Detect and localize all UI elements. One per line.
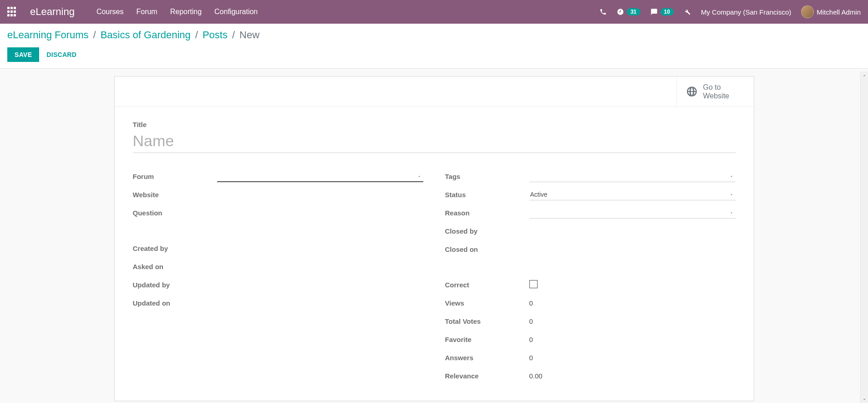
status-label: Status [445,191,529,199]
breadcrumb-forums[interactable]: eLearning Forums [7,29,89,41]
total-votes-label: Total Votes [445,317,529,325]
apps-icon[interactable] [7,7,17,17]
correct-label: Correct [445,281,529,289]
breadcrumb: eLearning Forums / Basics of Gardening /… [7,29,861,41]
save-button[interactable]: SAVE [7,47,39,62]
vertical-scrollbar[interactable] [860,71,868,403]
title-input[interactable] [133,130,736,153]
menu-configuration[interactable]: Configuration [214,8,258,16]
user-name: Mitchell Admin [817,8,861,16]
go-website-line1: Go to [703,83,730,92]
discard-button[interactable]: DISCARD [46,51,76,58]
reason-label: Reason [445,209,529,217]
relevance-label: Relevance [445,372,529,380]
reason-input[interactable] [529,207,736,219]
question-label: Question [133,209,217,217]
debug-icon[interactable] [684,8,691,15]
brand[interactable]: eLearning [30,6,75,18]
forum-label: Forum [133,173,217,180]
activity-timer[interactable]: 31 [617,8,640,15]
user-menu[interactable]: Mitchell Admin [801,5,861,18]
forum-input[interactable] [217,170,423,182]
menu-reporting[interactable]: Reporting [170,8,202,16]
correct-checkbox[interactable] [529,280,538,288]
closed-by-label: Closed by [445,227,529,235]
avatar [801,5,814,18]
favorite-label: Favorite [445,336,529,343]
views-value: 0 [529,299,736,307]
timer-badge: 31 [627,8,640,15]
menu-forum[interactable]: Forum [136,8,157,16]
breadcrumb-basics[interactable]: Basics of Gardening [101,29,191,41]
total-votes-value: 0 [529,317,736,325]
right-column: Tags Status [445,169,736,383]
title-label: Title [133,121,736,128]
go-to-website-button[interactable]: Go to Website [676,77,754,107]
updated-by-label: Updated by [133,281,217,289]
created-by-label: Created by [133,245,217,252]
phone-icon[interactable] [599,8,607,15]
breadcrumb-current: New [239,29,259,41]
relevance-value: 0.00 [529,372,736,380]
menu-courses[interactable]: Courses [96,8,124,16]
form-sheet: Go to Website Title Forum [114,76,754,401]
company-selector[interactable]: My Company (San Francisco) [701,8,791,16]
go-website-line2: Website [703,92,730,100]
status-select[interactable] [529,189,736,200]
website-label: Website [133,191,217,199]
tags-input[interactable] [529,171,736,182]
globe-icon [686,86,698,97]
answers-value: 0 [529,354,736,362]
scroll-up-icon[interactable] [861,71,868,79]
navbar: eLearning Courses Forum Reporting Config… [0,0,868,24]
updated-on-label: Updated on [133,299,217,307]
closed-on-label: Closed on [445,245,529,253]
button-box: Go to Website [115,77,754,107]
breadcrumb-posts[interactable]: Posts [203,29,228,41]
company-name: My Company (San Francisco) [701,8,791,16]
asked-on-label: Asked on [133,263,217,270]
content-area: Go to Website Title Forum [0,71,868,403]
main-menu: Courses Forum Reporting Configuration [96,8,258,16]
views-label: Views [445,299,529,307]
left-column: Forum Website Question [133,169,423,383]
systray: 31 10 My Company (San Francisco) Mitchel… [599,5,861,18]
control-panel: eLearning Forums / Basics of Gardening /… [0,24,868,69]
answers-label: Answers [445,354,529,362]
scroll-down-icon[interactable] [861,395,868,403]
chat-badge: 10 [660,8,674,15]
chat-messages[interactable]: 10 [650,8,674,15]
tags-label: Tags [445,173,529,180]
favorite-value: 0 [529,336,736,343]
